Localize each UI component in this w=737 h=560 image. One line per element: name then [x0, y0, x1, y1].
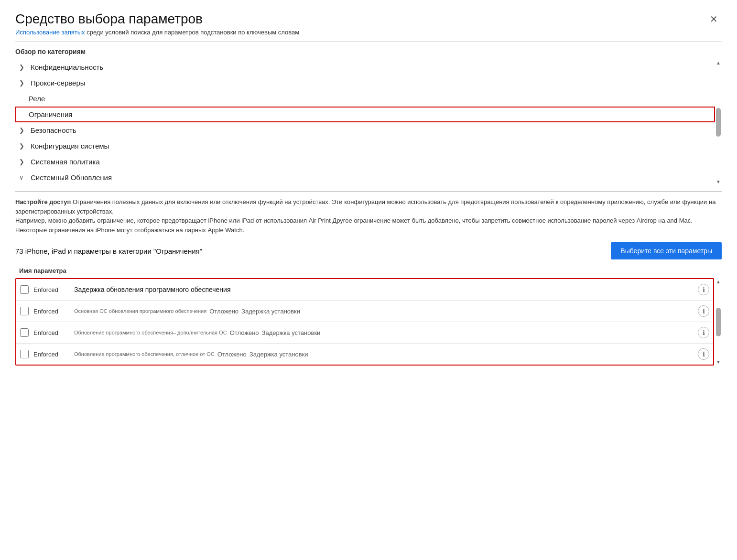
- sidebar-item-privacy[interactable]: ❯ Конфиденциальность: [15, 59, 715, 75]
- sidebar-item-security[interactable]: ❯ Безопасность: [15, 122, 715, 138]
- description-text1: Ограничения полезных данных для включени…: [15, 198, 715, 215]
- description-text2: Например, можно добавить ограничение, ко…: [15, 217, 693, 234]
- info-icon-1[interactable]: ℹ: [698, 284, 709, 295]
- chevron-right-icon: ❯: [19, 79, 27, 86]
- params-container: Enforced Задержка обновления программног…: [15, 278, 714, 366]
- table-row: Enforced Основная ОС обновления программ…: [16, 301, 713, 322]
- mid-divider: [15, 191, 722, 192]
- select-all-button[interactable]: Выберите все эти параметры: [611, 242, 722, 259]
- param-name-1: Задержка обновления программного обеспеч…: [74, 286, 231, 293]
- chevron-down-icon: ∨: [19, 174, 27, 181]
- param-tag1-3: Отложено: [230, 329, 259, 336]
- sidebar-item-proxy[interactable]: ❯ Прокси-серверы: [15, 75, 715, 91]
- param-sub-4: Обновление программного обеспечения, отл…: [74, 351, 215, 357]
- param-tag2-4: Задержка установки: [249, 351, 308, 358]
- sidebar-item-label: Безопасность: [31, 126, 76, 134]
- subtitle-link[interactable]: Использование запятых: [15, 29, 85, 36]
- param-tag1-4: Отложено: [217, 351, 247, 358]
- info-icon-4[interactable]: ℹ: [698, 348, 709, 360]
- description-block: Настройте доступ Ограничения полезных да…: [15, 197, 722, 235]
- chevron-right-icon: ❯: [19, 158, 27, 165]
- top-divider: [15, 42, 722, 42]
- sidebar-item-label: Реле: [29, 95, 45, 103]
- scroll-thumb-right[interactable]: [716, 308, 721, 336]
- column-header: Имя параметра: [15, 265, 722, 278]
- sidebar-item-sysupdates[interactable]: ∨ Системный Обновления: [15, 170, 715, 185]
- sidebar-item-syspolicy[interactable]: ❯ Системная политика: [15, 154, 715, 170]
- sidebar-item-label: Конфиденциальность: [31, 63, 103, 71]
- close-button[interactable]: ✕: [706, 11, 722, 27]
- param-tag1-2: Отложено: [209, 308, 238, 315]
- param-tag2-2: Задержка установки: [241, 308, 300, 315]
- sidebar-item-sysconfig[interactable]: ❯ Конфигурация системы: [15, 138, 715, 154]
- scroll-up-arrow-right[interactable]: ▲: [716, 279, 721, 284]
- params-count: 73 iPhone, iPad и параметры в категории …: [15, 247, 202, 255]
- categories-label: Обзор по категориям: [15, 48, 722, 55]
- param-enforced-4: Enforced: [33, 351, 69, 358]
- table-row: Enforced Обновление программного обеспеч…: [16, 344, 713, 365]
- param-checkbox-2[interactable]: [20, 307, 29, 315]
- subtitle-rest: среди условий поиска для параметров подс…: [85, 29, 300, 36]
- sidebar-item-label: Конфигурация системы: [31, 142, 109, 150]
- sidebar-item-label: Прокси-серверы: [31, 79, 86, 87]
- param-sub-2: Основная ОС обновления программного обес…: [74, 308, 206, 314]
- param-details-1: Задержка обновления программного обеспеч…: [74, 286, 693, 293]
- param-sub-3: Обновление программного обеспечения– доп…: [74, 330, 227, 335]
- sidebar-item-label: Ограничения: [29, 110, 72, 118]
- param-details-4: Обновление программного обеспечения, отл…: [74, 351, 693, 358]
- param-checkbox-4[interactable]: [20, 350, 29, 358]
- table-row: Enforced Обновление программного обеспеч…: [16, 322, 713, 344]
- bottom-area: Enforced Задержка обновления программног…: [15, 278, 722, 366]
- param-details-3: Обновление программного обеспечения– доп…: [74, 329, 693, 336]
- scroll-thumb[interactable]: [716, 108, 721, 137]
- scroll-down-arrow[interactable]: ▼: [716, 179, 721, 184]
- dialog-header: Средство выбора параметров ✕: [15, 11, 722, 27]
- info-icon-3[interactable]: ℹ: [698, 327, 709, 338]
- chevron-right-icon: ❯: [19, 127, 27, 134]
- param-enforced-1: Enforced: [33, 286, 69, 293]
- chevron-right-icon: ❯: [19, 64, 27, 71]
- params-scrollbar[interactable]: ▲ ▼: [715, 278, 722, 366]
- param-enforced-2: Enforced: [33, 308, 69, 315]
- param-enforced-3: Enforced: [33, 329, 69, 336]
- categories-list: ❯ Конфиденциальность ❯ Прокси-серверы Ре…: [15, 59, 715, 185]
- sidebar-item-restrictions[interactable]: Ограничения: [15, 107, 715, 122]
- count-row: 73 iPhone, iPad и параметры в категории …: [15, 242, 722, 259]
- param-checkbox-1[interactable]: [20, 285, 29, 294]
- chevron-right-icon: ❯: [19, 142, 27, 150]
- description-label-strong: Настройте доступ: [15, 198, 71, 205]
- sidebar-item-relay[interactable]: Реле: [15, 91, 715, 107]
- subtitle: Использование запятых среди условий поис…: [15, 29, 722, 36]
- dialog-title: Средство выбора параметров: [15, 11, 203, 27]
- param-tag2-3: Задержка установки: [262, 329, 321, 336]
- params-list: Enforced Задержка обновления программног…: [15, 278, 714, 366]
- scroll-up-arrow[interactable]: ▲: [716, 60, 721, 65]
- info-icon-2[interactable]: ℹ: [698, 305, 709, 317]
- dialog-container: Средство выбора параметров ✕ Использован…: [0, 0, 737, 560]
- sidebar-item-label: Системный Обновления: [31, 173, 112, 182]
- table-row: Enforced Задержка обновления программног…: [16, 279, 713, 301]
- scroll-down-arrow-right[interactable]: ▼: [716, 359, 721, 365]
- categories-panel: ❯ Конфиденциальность ❯ Прокси-серверы Ре…: [15, 59, 722, 185]
- param-details-2: Основная ОС обновления программного обес…: [74, 308, 693, 315]
- categories-scrollbar[interactable]: ▲ ▼: [715, 59, 722, 185]
- sidebar-item-label: Системная политика: [31, 158, 100, 166]
- param-checkbox-3[interactable]: [20, 328, 29, 337]
